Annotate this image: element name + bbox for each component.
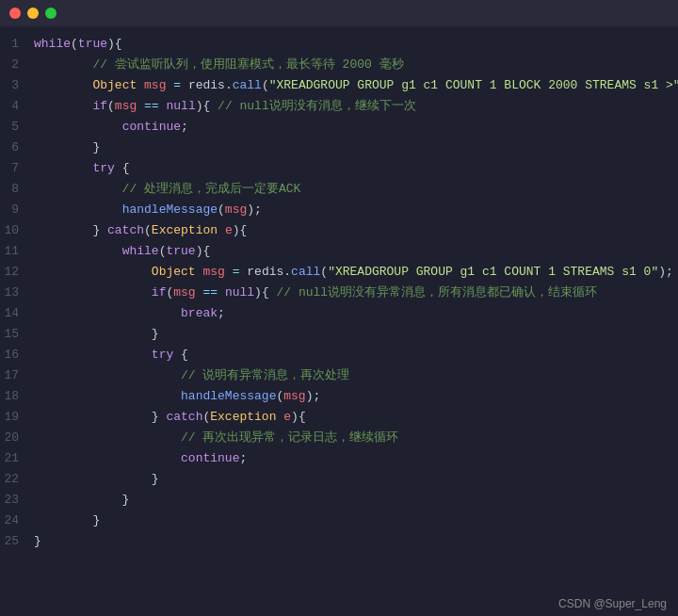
code-line: 4 if(msg == null){ // null说明没有消息，继续下一次 (0, 96, 678, 117)
code-line: 6 } (0, 138, 678, 158)
code-line: 16 try { (0, 345, 678, 365)
line-number: 12 (0, 262, 34, 283)
line-number: 8 (0, 179, 34, 200)
line-content: if(msg == null){ // null说明没有异常消息，所有消息都已确… (34, 283, 678, 303)
line-number: 18 (0, 386, 34, 407)
line-content: while(true){ (34, 34, 678, 55)
code-line: 7 try { (0, 158, 678, 179)
close-button[interactable] (9, 8, 21, 19)
code-line: 20 // 再次出现异常，记录日志，继续循环 (0, 428, 678, 448)
line-number: 22 (0, 469, 34, 490)
code-line: 19 } catch(Exception e){ (0, 407, 678, 428)
line-content: continue; (34, 117, 678, 138)
line-number: 7 (0, 158, 34, 179)
line-content: } catch(Exception e){ (34, 407, 678, 428)
code-line: 11 while(true){ (0, 241, 678, 262)
line-number: 13 (0, 283, 34, 303)
code-line: 23 } (0, 490, 678, 511)
brand-label: CSDN @Super_Leng (0, 593, 678, 616)
line-content: while(true){ (34, 241, 678, 262)
code-line: 5 continue; (0, 117, 678, 138)
line-content: break; (34, 303, 678, 324)
line-number: 9 (0, 200, 34, 220)
line-content: } (34, 490, 678, 511)
line-content: try { (34, 158, 678, 179)
code-line: 22 } (0, 469, 678, 490)
line-content: // 处理消息，完成后一定要ACK (34, 179, 678, 200)
minimize-button[interactable] (27, 8, 39, 19)
line-content: // 再次出现异常，记录日志，继续循环 (34, 428, 678, 448)
code-line: 18 handleMessage(msg); (0, 386, 678, 407)
line-number: 11 (0, 241, 34, 262)
line-content: } (34, 138, 678, 158)
code-area: 1 while(true){ 2 // 尝试监听队列，使用阻塞模式，最长等待 2… (0, 26, 678, 593)
line-number: 3 (0, 75, 34, 96)
maximize-button[interactable] (45, 8, 56, 19)
line-number: 19 (0, 407, 34, 428)
code-line: 24 } (0, 511, 678, 531)
code-line: 15 } (0, 324, 678, 345)
line-number: 17 (0, 365, 34, 386)
line-content: } (34, 324, 678, 345)
code-line: 10 } catch(Exception e){ (0, 220, 678, 241)
line-content: } (34, 531, 678, 552)
titlebar (0, 0, 678, 26)
line-number: 25 (0, 531, 34, 552)
code-line: 25 } (0, 531, 678, 552)
line-content: Object msg = redis.call("XREADGROUP GROU… (34, 262, 678, 283)
line-content: continue; (34, 448, 678, 469)
code-line: 21 continue; (0, 448, 678, 469)
line-number: 21 (0, 448, 34, 469)
line-number: 4 (0, 96, 34, 117)
line-number: 16 (0, 345, 34, 365)
code-line: 1 while(true){ (0, 34, 678, 55)
line-number: 6 (0, 138, 34, 158)
line-content: handleMessage(msg); (34, 386, 678, 407)
line-content: if(msg == null){ // null说明没有消息，继续下一次 (34, 96, 678, 117)
line-number: 14 (0, 303, 34, 324)
line-number: 5 (0, 117, 34, 138)
code-line: 14 break; (0, 303, 678, 324)
code-line: 13 if(msg == null){ // null说明没有异常消息，所有消息… (0, 283, 678, 303)
line-content: } (34, 469, 678, 490)
line-number: 15 (0, 324, 34, 345)
code-line: 3 Object msg = redis.call("XREADGROUP GR… (0, 75, 678, 96)
line-content: } (34, 511, 678, 531)
code-line: 2 // 尝试监听队列，使用阻塞模式，最长等待 2000 毫秒 (0, 55, 678, 75)
window: 1 while(true){ 2 // 尝试监听队列，使用阻塞模式，最长等待 2… (0, 0, 678, 616)
line-number: 24 (0, 511, 34, 531)
line-number: 1 (0, 34, 34, 55)
line-content: // 说明有异常消息，再次处理 (34, 365, 678, 386)
line-number: 20 (0, 428, 34, 448)
line-content: handleMessage(msg); (34, 200, 678, 220)
line-number: 2 (0, 55, 34, 75)
line-content: try { (34, 345, 678, 365)
code-line: 17 // 说明有异常消息，再次处理 (0, 365, 678, 386)
line-number: 23 (0, 490, 34, 511)
line-content: } catch(Exception e){ (34, 220, 678, 241)
line-content: Object msg = redis.call("XREADGROUP GROU… (34, 75, 678, 96)
code-line: 9 handleMessage(msg); (0, 200, 678, 220)
line-content: // 尝试监听队列，使用阻塞模式，最长等待 2000 毫秒 (34, 55, 678, 75)
code-line: 12 Object msg = redis.call("XREADGROUP G… (0, 262, 678, 283)
line-number: 10 (0, 220, 34, 241)
code-line: 8 // 处理消息，完成后一定要ACK (0, 179, 678, 200)
